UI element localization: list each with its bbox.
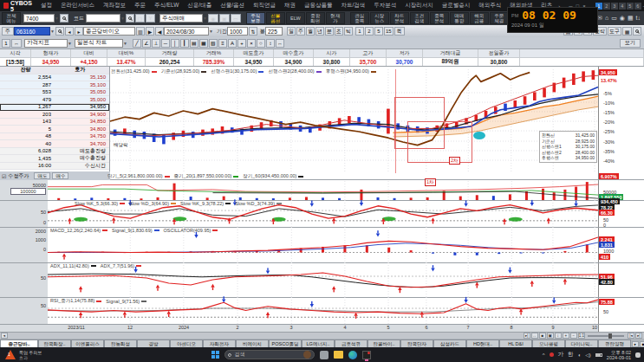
period-select[interactable]: 주	[2, 27, 14, 36]
toolbar-button[interactable]: +	[237, 39, 246, 48]
control-icon[interactable]: ■	[539, 333, 546, 339]
quick-button[interactable]: 해외 금융	[470, 12, 489, 24]
scroll-left-icon[interactable]: ◂	[1, 333, 8, 339]
stock-tab[interactable]: 한국화장..	[38, 339, 71, 347]
toolbar-button[interactable]: ─	[161, 39, 170, 48]
order-book-row[interactable]: 28735,100	[0, 81, 109, 89]
toolbar-button[interactable]: ┃	[180, 39, 189, 48]
period-count-input[interactable]: 1000	[227, 27, 248, 36]
search-icon[interactable]	[126, 14, 134, 23]
ime-lang2[interactable]: 한	[568, 351, 574, 359]
camera-icon[interactable]: ◉	[208, 14, 218, 23]
screen-tab[interactable]: 6	[634, 3, 641, 10]
quick-button[interactable]: 종합 화면	[306, 12, 325, 24]
toolbar-button[interactable]: 주	[296, 27, 305, 36]
taskbar-search[interactable]: 검색	[224, 350, 315, 359]
menu-item[interactable]: 투자분석	[369, 2, 400, 10]
adjusted-price-checkbox[interactable]: ☑	[2, 173, 6, 179]
new-document-icon[interactable]: ▢	[135, 14, 145, 23]
toolbar-button[interactable]: 분	[325, 27, 334, 36]
menu-item[interactable]: 해외주식	[474, 2, 505, 10]
chevron-down-icon[interactable]: ▼	[203, 16, 207, 21]
screen-tab[interactable]: 2	[603, 3, 610, 10]
grid-icon[interactable]: ▦	[628, 15, 634, 22]
control-icon[interactable]: −	[570, 333, 577, 339]
scroll-end-right-icon[interactable]: ▸|	[635, 333, 642, 339]
control-icon[interactable]: +	[563, 333, 569, 339]
bar-count-input[interactable]: 225	[265, 27, 283, 36]
stock-tab[interactable]: 한올바이..	[368, 339, 400, 347]
toolbar-button[interactable]: ▧	[209, 39, 218, 48]
toolbar-button[interactable]: ≡	[218, 39, 227, 48]
stock-tab[interactable]: HL D&I	[499, 339, 532, 347]
stock-tab[interactable]: 삼성카드	[433, 339, 466, 347]
network-icon[interactable]: ◖	[578, 352, 582, 358]
play-forward-icon[interactable]: ▶	[146, 27, 154, 36]
order-book-row[interactable]: 20334,900	[0, 111, 109, 119]
chevron-down-icon[interactable]: ▼	[120, 16, 125, 21]
stock-tab[interactable]: 경방	[137, 339, 170, 347]
stock-tab[interactable]: 이엔플러스	[71, 339, 104, 347]
toolbar-button[interactable]: │	[171, 39, 179, 48]
quick-button[interactable]: 조건 검색	[410, 12, 429, 24]
trade-type-select[interactable]: 주식매매	[159, 14, 203, 23]
menu-item[interactable]: 퇴직연금	[249, 2, 280, 10]
screen-capture-icon[interactable]: ▣	[219, 14, 230, 23]
stock-tab[interactable]: 종근당바..	[0, 339, 38, 347]
bookmark-icon[interactable]: Y	[146, 14, 155, 23]
menu-item[interactable]: 설정	[36, 2, 56, 10]
zoom-slider-knob[interactable]	[608, 333, 612, 339]
toolbar-button[interactable]: 틱	[344, 27, 353, 36]
control-icon[interactable]: ↔	[531, 333, 538, 339]
volume-chart[interactable]	[48, 181, 598, 200]
expand-icon[interactable]: ↔	[11, 39, 22, 48]
search-highlight-avatar[interactable]	[303, 351, 311, 359]
ime-lang1[interactable]: 가	[558, 351, 564, 359]
order-book-row[interactable]: 2,55435,150	[0, 74, 109, 82]
recording-app-icon[interactable]	[362, 351, 371, 359]
edge-browser-icon[interactable]	[348, 351, 357, 359]
menu-item[interactable]: 신용/대출	[183, 2, 216, 10]
scroll-end-left-icon[interactable]: |◂	[628, 333, 634, 339]
stock-tab[interactable]: 자화전자	[203, 339, 236, 347]
menu-item[interactable]: 시장리서치	[400, 2, 438, 10]
order-book-row[interactable]: 4834,750	[0, 133, 109, 141]
toolbar-button[interactable]: 월	[306, 27, 315, 36]
stock-tab[interactable]: 비에이치	[236, 339, 269, 347]
stock-tab[interactable]: LG에너지..	[302, 339, 335, 347]
stock-tab[interactable]: 금호석유	[335, 339, 368, 347]
sell-button[interactable]: 매도	[34, 172, 50, 179]
order-book-row[interactable]: 16:00수신시간	[0, 163, 109, 171]
taskbar-clock[interactable]: 오후 8:02 2024-09-01	[607, 350, 631, 360]
menu-item[interactable]: 주문	[130, 2, 150, 10]
chart-style-select[interactable]: 일본식 차트	[75, 39, 123, 48]
control-icon[interactable]: ▣	[547, 333, 554, 339]
stock-tab[interactable]: 모나용평	[532, 339, 565, 347]
battery-icon[interactable]	[595, 353, 602, 357]
notification-bell-icon[interactable]	[635, 352, 641, 358]
control-icon[interactable]: 1:1	[578, 333, 585, 339]
indicator-select[interactable]: 가격지표	[24, 39, 68, 48]
volume-icon[interactable]: ◁)	[585, 352, 591, 358]
screen-number-input[interactable]: 7400	[23, 14, 55, 23]
menu-item[interactable]: 온라인서비스	[56, 2, 99, 10]
toolbar-button[interactable]: ×	[247, 39, 256, 48]
toolbar-button[interactable]: ↔	[276, 39, 284, 48]
taskbar-app-icon[interactable]	[320, 351, 329, 359]
windows-start-button[interactable]	[211, 351, 219, 359]
code-input[interactable]	[86, 14, 120, 23]
chevron-down-icon[interactable]: ▼	[68, 41, 72, 46]
highlight-ellipse[interactable]	[473, 132, 485, 139]
toolbar-button[interactable]: 년	[315, 27, 324, 36]
search-icon[interactable]	[60, 14, 68, 23]
info-icon[interactable]: ▥	[136, 27, 145, 36]
quick-button[interactable]: 차트 분석	[390, 12, 409, 24]
order-book-row[interactable]: 47935,000	[0, 96, 109, 104]
prev-stock-icon[interactable]: ◂	[65, 27, 74, 36]
swap-icon[interactable]: t↓	[636, 15, 641, 22]
main-chart[interactable]	[110, 69, 598, 173]
chevron-down-icon[interactable]: ▼	[209, 29, 213, 34]
stock-tab[interactable]: 유한양행	[598, 339, 631, 347]
toolbar-button[interactable]: 도구	[608, 27, 621, 36]
file-explorer-icon[interactable]	[334, 351, 343, 359]
